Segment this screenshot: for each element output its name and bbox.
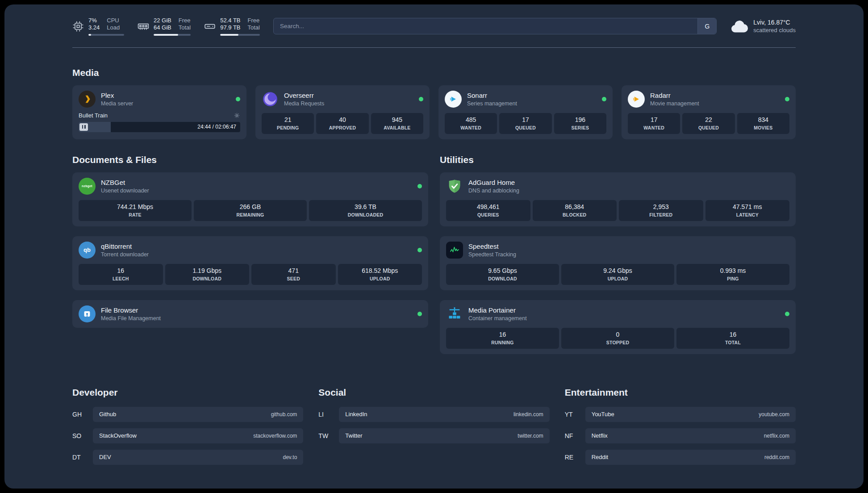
bookmark-row: SO StackOverflow stackoverflow.com xyxy=(72,428,303,443)
bookmark-linkedin[interactable]: LinkedIn linkedin.com xyxy=(339,407,549,422)
stat-queued: 17 QUEUED xyxy=(499,113,551,134)
stat-label: SEED xyxy=(253,276,334,281)
bookmark-name: DEV xyxy=(99,454,111,460)
stat-movies: 834 MOVIES xyxy=(737,113,789,134)
stat-available: 945 AVAILABLE xyxy=(371,113,423,134)
stat-value: 1.19 Gbps xyxy=(167,267,248,274)
bookmark-name: Github xyxy=(99,411,116,418)
stat-value: 0 xyxy=(563,331,672,338)
bookmark-dev[interactable]: DEV dev.to xyxy=(93,450,303,465)
status-dot xyxy=(785,97,789,101)
topbar-divider xyxy=(72,47,796,48)
plex-card[interactable]: Plex Media server Bullet Train xyxy=(72,85,246,139)
bookmark-url: netflix.com xyxy=(764,433,789,439)
service-subtitle: Movie management xyxy=(650,100,699,107)
memory-free-value: 22 GiB xyxy=(154,17,171,24)
filebrowser-card[interactable]: File Browser Media File Management xyxy=(72,300,428,328)
stat-value: 0.993 ms xyxy=(678,267,788,274)
bookmark-stackoverflow[interactable]: StackOverflow stackoverflow.com xyxy=(93,428,303,443)
weather-widget: Lviv, 16.87°C scattered clouds xyxy=(730,19,796,33)
media-grid: Plex Media server Bullet Train xyxy=(72,85,796,139)
stat-downloaded: 39.6 TB DOWNLOADED xyxy=(309,200,422,221)
bookmark-url: stackoverflow.com xyxy=(253,433,297,439)
status-dot xyxy=(419,97,423,101)
service-name: File Browser xyxy=(101,306,161,314)
bookmark-name: Reddit xyxy=(592,454,609,460)
stat-total: 16 TOTAL xyxy=(676,328,789,349)
stat-value: 485 xyxy=(447,116,495,123)
cpu-widget: 7% 3.24 CPU Load xyxy=(72,17,124,36)
disk-usage-fill xyxy=(220,34,238,36)
stat-value: 196 xyxy=(556,116,605,123)
service-name: qBittorrent xyxy=(101,242,149,250)
bookmark-row: YT YouTube youtube.com xyxy=(565,407,796,422)
stat-value: 744.21 Mbps xyxy=(80,203,190,210)
gear-icon[interactable] xyxy=(234,112,240,119)
stat-value: 86,384 xyxy=(534,203,615,210)
bookmark-twitter[interactable]: Twitter twitter.com xyxy=(339,428,549,443)
stat-upload: 618.52 Mbps UPLOAD xyxy=(338,264,422,285)
stat-value: 618.52 Mbps xyxy=(340,267,421,274)
bookmark-youtube[interactable]: YouTube youtube.com xyxy=(585,407,796,422)
stat-value: 16 xyxy=(678,331,788,338)
stat-label: LEECH xyxy=(80,276,161,281)
stat-label: APPROVED xyxy=(318,125,367,130)
service-name: AdGuard Home xyxy=(468,179,519,186)
bookmark-name: StackOverflow xyxy=(99,432,137,439)
bookmark-reddit[interactable]: Reddit reddit.com xyxy=(585,450,796,465)
stat-filtered: 2,953 FILTERED xyxy=(619,200,703,221)
bookmark-name: LinkedIn xyxy=(345,411,367,418)
nzbget-card[interactable]: nzbget NZBGet Usenet downloader 744.21 M… xyxy=(72,172,428,226)
adguard-card[interactable]: AdGuard Home DNS and adblocking 498,461 … xyxy=(440,172,796,226)
speedtest-card[interactable]: Speedtest Speedtest Tracking 9.65 Gbps D… xyxy=(440,236,796,290)
stat-value: 834 xyxy=(739,116,788,123)
disk-free-label: Free xyxy=(248,17,260,24)
cpu-usage-fill xyxy=(88,34,91,36)
stat-label: QUEUED xyxy=(684,125,733,130)
speedtest-icon xyxy=(446,242,463,259)
stat-value: 21 xyxy=(263,116,312,123)
cpu-load-value: 3.24 xyxy=(88,24,100,31)
stat-label: WANTED xyxy=(630,125,678,130)
stat-value: 9.65 Gbps xyxy=(448,267,557,274)
adguard-shield-icon xyxy=(446,178,463,195)
search-bar[interactable]: G xyxy=(273,18,717,34)
portainer-card[interactable]: Media Portainer Container management 16 … xyxy=(440,300,796,354)
bookmark-abbr: SO xyxy=(72,432,93,439)
service-subtitle: Container management xyxy=(468,315,527,322)
stat-value: 47.571 ms xyxy=(707,203,788,210)
qbittorrent-card[interactable]: qb qBittorrent Torrent downloader 16 LEE… xyxy=(72,236,428,290)
status-dot xyxy=(602,97,606,101)
stat-label: MOVIES xyxy=(739,125,788,130)
stat-remaining: 266 GB REMAINING xyxy=(194,200,307,221)
bookmark-github[interactable]: Github github.com xyxy=(93,407,303,422)
bookmark-netflix[interactable]: Netflix netflix.com xyxy=(585,428,796,443)
bookmarks: Developer GH Github github.com SO StackO… xyxy=(72,387,796,471)
overseerr-card[interactable]: Overseerr Media Requests 21 PENDING 40 A… xyxy=(255,85,430,139)
bookmarks-developer: Developer GH Github github.com SO StackO… xyxy=(72,387,303,471)
sonarr-card[interactable]: Sonarr Series management 485 WANTED 17 Q… xyxy=(438,85,613,139)
stat-label: WANTED xyxy=(447,125,495,130)
stat-label: REMAINING xyxy=(196,212,305,217)
ram-icon xyxy=(138,21,149,32)
cpu-readout: 7% 3.24 CPU Load xyxy=(88,17,124,36)
stat-value: 16 xyxy=(80,267,161,274)
bookmark-abbr: RE xyxy=(565,454,585,461)
search-provider-button[interactable]: G xyxy=(697,18,716,34)
stat-label: TOTAL xyxy=(678,340,788,345)
radarr-card[interactable]: Radarr Movie management 17 WANTED 22 QUE… xyxy=(622,85,796,139)
service-subtitle: Media File Management xyxy=(101,315,161,322)
stat-ping: 0.993 ms PING xyxy=(676,264,789,285)
stat-label: AVAILABLE xyxy=(373,125,421,130)
sonarr-icon xyxy=(445,91,462,108)
section-title-utilities: Utilities xyxy=(440,155,796,165)
playback-progress-bar[interactable]: 24:44 / 02:06:47 xyxy=(79,122,240,132)
bookmark-row: RE Reddit reddit.com xyxy=(565,450,796,465)
stat-wanted: 485 WANTED xyxy=(445,113,497,134)
stat-download: 9.65 Gbps DOWNLOAD xyxy=(446,264,559,285)
stat-value: 16 xyxy=(448,331,557,338)
stat-value: 40 xyxy=(318,116,367,123)
bookmark-url: dev.to xyxy=(283,454,297,460)
pause-icon[interactable] xyxy=(79,123,88,131)
search-input[interactable] xyxy=(274,18,697,34)
